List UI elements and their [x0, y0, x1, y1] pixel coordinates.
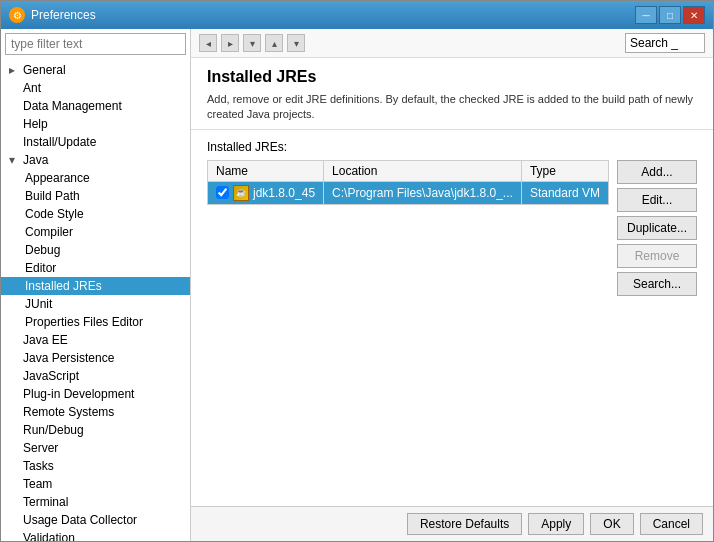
sidebar-item-java[interactable]: ▾Java [1, 151, 190, 169]
sidebar-item-plugin-dev[interactable]: Plug-in Development [1, 385, 190, 403]
sidebar-item-debug[interactable]: Debug [1, 241, 190, 259]
cell-type: Standard VM [521, 181, 608, 204]
tree: ▸General Ant Data Management Help Instal… [1, 59, 190, 541]
sidebar-item-data-management[interactable]: Data Management [1, 97, 190, 115]
col-name: Name [208, 160, 324, 181]
sidebar-item-java-ee[interactable]: Java EE [1, 331, 190, 349]
table-area: Name Location Type [207, 160, 609, 296]
apply-button[interactable]: Apply [528, 513, 584, 535]
maximize-button[interactable]: □ [659, 6, 681, 24]
nav-bar: ◂ ▸ ▾ ▴ ▾ [191, 29, 713, 58]
add-button[interactable]: Add... [617, 160, 697, 184]
sidebar-item-code-style[interactable]: Code Style [1, 205, 190, 223]
sidebar-item-terminal[interactable]: Terminal [1, 493, 190, 511]
sidebar-item-remote-systems[interactable]: Remote Systems [1, 403, 190, 421]
jre-checkbox[interactable] [216, 186, 229, 199]
section-label: Installed JREs: [207, 140, 697, 154]
minimize-button[interactable]: ─ [635, 6, 657, 24]
restore-defaults-button[interactable]: Restore Defaults [407, 513, 522, 535]
main-panel: ◂ ▸ ▾ ▴ ▾ Installed JREs Add, remove or … [191, 29, 713, 541]
sidebar-item-java-persistence[interactable]: Java Persistence [1, 349, 190, 367]
col-location: Location [324, 160, 522, 181]
close-button[interactable]: ✕ [683, 6, 705, 24]
cell-location: C:\Program Files\Java\jdk1.8.0_... [324, 181, 522, 204]
sidebar-item-validation[interactable]: Validation [1, 529, 190, 541]
cancel-button[interactable]: Cancel [640, 513, 703, 535]
sidebar-item-installed-jres[interactable]: Installed JREs [1, 277, 190, 295]
title-bar: ⚙ Preferences ─ □ ✕ [1, 1, 713, 29]
sidebar: ▸General Ant Data Management Help Instal… [1, 29, 191, 541]
search-box [625, 33, 705, 53]
duplicate-button[interactable]: Duplicate... [617, 216, 697, 240]
sidebar-item-ant[interactable]: Ant [1, 79, 190, 97]
ok-button[interactable]: OK [590, 513, 633, 535]
panel-right: Name Location Type [207, 160, 697, 296]
sidebar-item-compiler[interactable]: Compiler [1, 223, 190, 241]
nav-up[interactable]: ▴ [265, 34, 283, 52]
nav-dropdown[interactable]: ▾ [243, 34, 261, 52]
sidebar-item-build-path[interactable]: Build Path [1, 187, 190, 205]
jre-table: Name Location Type [207, 160, 609, 205]
remove-button[interactable]: Remove [617, 244, 697, 268]
search-input[interactable] [625, 33, 705, 53]
title-bar-left: ⚙ Preferences [9, 7, 96, 23]
sidebar-item-team[interactable]: Team [1, 475, 190, 493]
sidebar-item-junit[interactable]: JUnit [1, 295, 190, 313]
sidebar-item-editor[interactable]: Editor [1, 259, 190, 277]
sidebar-item-help[interactable]: Help [1, 115, 190, 133]
forward-button[interactable]: ▸ [221, 34, 239, 52]
sidebar-item-usage-data[interactable]: Usage Data Collector [1, 511, 190, 529]
table-row[interactable]: ☕ jdk1.8.0_45 C:\Program Files\Java\jdk1… [208, 181, 609, 204]
sidebar-item-general[interactable]: ▸General [1, 61, 190, 79]
sidebar-item-install-update[interactable]: Install/Update [1, 133, 190, 151]
bottom-bar: Restore Defaults Apply OK Cancel [191, 506, 713, 541]
col-type: Type [521, 160, 608, 181]
sidebar-item-tasks[interactable]: Tasks [1, 457, 190, 475]
app-icon: ⚙ [9, 7, 25, 23]
sidebar-item-run-debug[interactable]: Run/Debug [1, 421, 190, 439]
action-buttons: Add... Edit... Duplicate... Remove Searc… [609, 160, 697, 296]
search-button[interactable]: Search... [617, 272, 697, 296]
preferences-window: ⚙ Preferences ─ □ ✕ ▸General Ant Data Ma… [0, 0, 714, 542]
panel-title: Installed JREs [207, 68, 697, 86]
panel-description: Add, remove or edit JRE definitions. By … [207, 92, 697, 123]
jre-icon: ☕ [233, 185, 249, 201]
nav-up-dropdown[interactable]: ▾ [287, 34, 305, 52]
window-title: Preferences [31, 8, 96, 22]
edit-button[interactable]: Edit... [617, 188, 697, 212]
cell-name: ☕ jdk1.8.0_45 [208, 181, 324, 204]
back-button[interactable]: ◂ [199, 34, 217, 52]
content-area: ▸General Ant Data Management Help Instal… [1, 29, 713, 541]
sidebar-item-server[interactable]: Server [1, 439, 190, 457]
panel-body: Installed JREs: Name Location Type [191, 130, 713, 506]
jre-name: jdk1.8.0_45 [253, 186, 315, 200]
filter-input[interactable] [5, 33, 186, 55]
window-controls: ─ □ ✕ [635, 6, 705, 24]
sidebar-item-properties-files[interactable]: Properties Files Editor [1, 313, 190, 331]
sidebar-item-javascript[interactable]: JavaScript [1, 367, 190, 385]
panel-header: Installed JREs Add, remove or edit JRE d… [191, 58, 713, 130]
sidebar-item-appearance[interactable]: Appearance [1, 169, 190, 187]
